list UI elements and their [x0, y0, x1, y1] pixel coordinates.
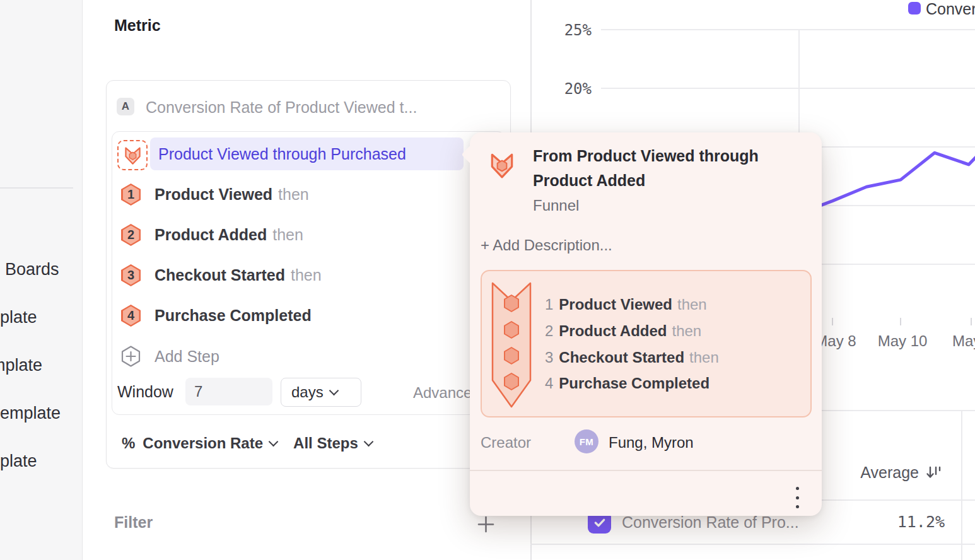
step-1-badge[interactable]: 1 — [121, 184, 141, 206]
popover-step-4: 4Purchase Completed — [545, 375, 715, 392]
add-filter-button[interactable] — [477, 516, 494, 533]
sidebar-item-template-4[interactable]: plate — [0, 452, 37, 471]
x-axis-label-may10: May 10 — [877, 332, 928, 350]
step-4-badge[interactable]: 4 — [121, 305, 141, 327]
window-unit-value: days — [291, 383, 324, 401]
sidebar: Boards plate mplate emplate plate — [0, 0, 83, 560]
step-2-row[interactable]: Product Added then — [155, 224, 303, 246]
step-4-row[interactable]: Purchase Completed — [155, 305, 317, 327]
app-root: Boards plate mplate emplate plate Metric… — [0, 0, 975, 560]
average-header-label: Average — [860, 464, 919, 482]
add-step-label: Add Step — [155, 347, 219, 366]
chevron-down-icon — [363, 436, 373, 446]
metric-card: A Conversion Rate of Product Viewed t...… — [106, 80, 511, 469]
average-value: 11.2% — [869, 513, 945, 531]
measure-row: % Conversion Rate All Steps — [122, 434, 372, 453]
funnel-icon — [124, 146, 141, 165]
filter-heading: Filter — [114, 513, 153, 532]
step-3-row[interactable]: Checkout Started then — [155, 264, 322, 286]
step-2-then: then — [272, 226, 303, 244]
steps-scope-dropdown[interactable]: All Steps — [293, 435, 358, 452]
add-step-button[interactable]: Add Step — [120, 345, 310, 368]
window-unit-select[interactable]: days — [281, 378, 361, 407]
sidebar-divider — [0, 187, 73, 189]
x-axis-label-may12: May — [952, 332, 975, 350]
funnel-definition-card: Product Viewed through Purchased 1 Produ… — [112, 131, 505, 415]
average-column-header[interactable]: Average — [839, 464, 942, 482]
table-row-border — [530, 544, 975, 545]
sidebar-item-boards[interactable]: Boards — [5, 260, 59, 279]
step-3-badge[interactable]: 3 — [121, 264, 141, 286]
sort-descending-icon — [925, 464, 942, 481]
funnel-summary-card: 1Product Viewedthen 2Product Addedthen 3… — [481, 270, 812, 417]
selected-event-label: Product Viewed through Purchased — [158, 145, 406, 163]
table-column-divider — [961, 411, 962, 560]
popover-type-label: Funnel — [533, 197, 579, 214]
series-badge[interactable]: A — [117, 98, 134, 115]
step-2-badge[interactable]: 2 — [121, 224, 141, 246]
creator-label: Creator — [481, 434, 531, 452]
step-1-name[interactable]: Product Viewed — [155, 185, 272, 204]
window-label: Window — [117, 383, 173, 401]
measure-dropdown[interactable]: Conversion Rate — [143, 435, 263, 452]
step-3-then: then — [291, 266, 322, 284]
sidebar-item-template-3[interactable]: emplate — [0, 404, 61, 423]
creator-name: Fung, Myron — [609, 434, 694, 452]
funnel-drag-handle[interactable] — [117, 140, 148, 170]
popover-step-3: 3Checkout Startedthen — [545, 349, 719, 366]
popover-step-1: 1Product Viewedthen — [545, 296, 707, 313]
x-axis-ticks — [832, 318, 971, 325]
sidebar-item-template-2[interactable]: mplate — [0, 356, 42, 375]
window-value-input[interactable] — [185, 378, 272, 405]
step-4-name[interactable]: Purchase Completed — [155, 306, 312, 325]
funnel-popover: From Product Viewed through Product Adde… — [470, 132, 822, 516]
chevron-down-icon — [329, 385, 339, 395]
sidebar-item-template-1[interactable]: plate — [0, 308, 37, 327]
funnel-icon — [490, 151, 514, 179]
popover-step-2: 2Product Addedthen — [545, 322, 701, 340]
step-1-row[interactable]: Product Viewed then — [155, 184, 309, 206]
step-1-then: then — [278, 185, 309, 204]
table-row-label[interactable]: Conversion Rate of Pro... — [622, 513, 799, 532]
conversion-line — [798, 129, 975, 214]
step-2-name[interactable]: Product Added — [155, 226, 267, 244]
step-3-name[interactable]: Checkout Started — [155, 266, 285, 284]
popover-footer-divider — [470, 470, 822, 471]
metric-heading: Metric — [114, 16, 161, 35]
add-step-hexagon-icon — [120, 345, 141, 368]
checkmark-icon — [592, 515, 607, 530]
add-description-button[interactable]: + Add Description... — [481, 236, 612, 254]
funnel-ribbon-icon — [491, 281, 532, 411]
measure-prefix: % — [122, 435, 135, 452]
series-title[interactable]: Conversion Rate of Product Viewed t... — [146, 98, 417, 117]
chevron-down-icon — [269, 436, 279, 446]
popover-title: From Product Viewed through Product Adde… — [533, 144, 786, 193]
selected-event-pill[interactable]: Product Viewed through Purchased — [150, 137, 464, 170]
creator-avatar: FM — [575, 429, 598, 453]
more-options-button[interactable] — [790, 486, 805, 510]
